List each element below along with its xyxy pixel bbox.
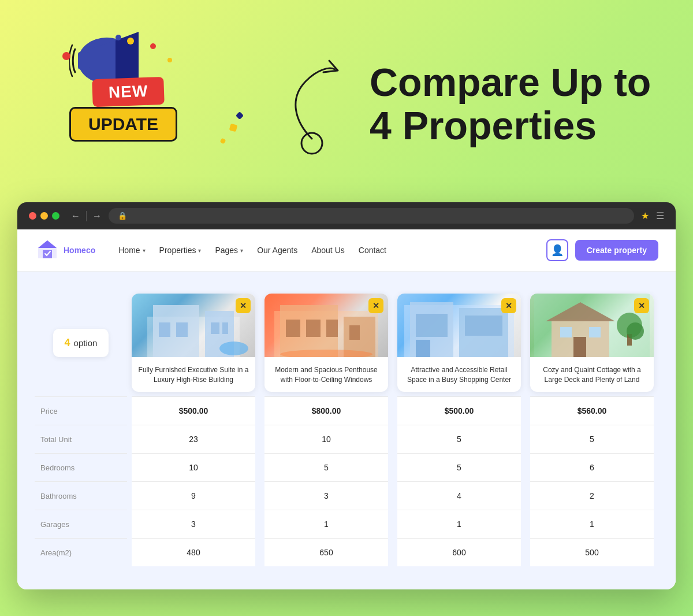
navigation: Homeco Home ▾ Properties ▾ Pages ▾ Our A…	[17, 229, 676, 272]
compare-grid: 4 option	[35, 289, 658, 566]
deco-square	[236, 112, 244, 120]
nav-pages[interactable]: Pages ▾	[215, 246, 243, 255]
browser-bar: ← → 🔒 ★ ☰	[17, 202, 676, 229]
bathrooms-text-1: 9	[191, 491, 196, 500]
bookmark-icon[interactable]: ★	[641, 210, 649, 221]
svg-rect-18	[349, 325, 360, 340]
area-value-3: 600	[397, 538, 521, 566]
price-text-4: $560.00	[578, 406, 607, 415]
deco-dot	[62, 52, 70, 60]
bathrooms-value-3: 4	[397, 481, 521, 510]
browser-window: ← → 🔒 ★ ☰	[17, 202, 676, 589]
garages-text-4: 1	[590, 519, 594, 529]
area-text-3: 600	[452, 548, 465, 557]
nav-about[interactable]: About Us	[311, 246, 345, 255]
price-label-text: Price	[40, 407, 58, 415]
garages-label-text: Garages	[40, 520, 69, 529]
compare-section: 4 option	[17, 272, 676, 589]
logo-suffix: co	[86, 246, 95, 255]
minimize-button[interactable]	[40, 212, 48, 220]
nav-home-label: Home	[118, 246, 140, 255]
remove-button-1[interactable]: ✕	[236, 298, 251, 313]
back-arrow[interactable]: ←	[71, 211, 80, 221]
property-title-text-3: Attractive and Accessible Retail Space i…	[403, 365, 515, 385]
user-button[interactable]: 👤	[546, 239, 568, 261]
logo: Homeco	[35, 238, 95, 263]
area-value-2: 650	[264, 538, 388, 566]
nav-pages-label: Pages	[215, 246, 238, 255]
menu-icon[interactable]: ☰	[656, 210, 664, 221]
property-title-text-4: Cozy and Quaint Cottage with a Large Dec…	[536, 365, 648, 385]
svg-rect-28	[560, 327, 572, 337]
chevron-down-icon: ▾	[198, 247, 201, 254]
top-section: NEW UPDATE Compare Up to 4 Properties	[0, 0, 693, 202]
garages-text-3: 1	[457, 519, 461, 529]
area-text-2: 650	[319, 548, 333, 557]
remove-button-2[interactable]: ✕	[368, 298, 383, 313]
price-value-3: $500.00	[397, 396, 521, 425]
bathrooms-value-4: 2	[530, 481, 654, 510]
remove-button-4[interactable]: ✕	[634, 298, 649, 313]
area-label-text: Area(m2)	[40, 548, 72, 557]
svg-rect-1	[78, 52, 90, 69]
garages-value-3: 1	[397, 510, 521, 538]
garages-label: Garages	[35, 510, 127, 538]
bedrooms-text-1: 10	[189, 463, 198, 472]
forward-arrow[interactable]: →	[92, 211, 102, 221]
svg-point-11	[219, 342, 248, 355]
browser-actions: ★ ☰	[641, 210, 664, 221]
arrow-decoration	[277, 52, 346, 156]
garages-text-2: 1	[324, 519, 329, 529]
property-card-2: ✕ Modern and Spacious Penthouse with Flo…	[264, 294, 388, 392]
garages-text-1: 3	[191, 519, 196, 529]
deco-dot	[127, 38, 134, 44]
total-unit-label-text: Total Unit	[40, 435, 72, 444]
property-card-3: ✕ Attractive and Accessible Retail Space…	[397, 294, 521, 392]
nav-home[interactable]: Home ▾	[118, 246, 145, 255]
property-title-4: Cozy and Quaint Cottage with a Large Dec…	[530, 357, 654, 392]
bedrooms-value-1: 10	[132, 453, 255, 481]
bathrooms-value-1: 9	[132, 481, 255, 510]
logo-name: Home	[64, 246, 86, 255]
area-text-1: 480	[187, 548, 200, 557]
new-text: NEW	[108, 82, 148, 101]
total-unit-text-1: 23	[189, 435, 198, 444]
deco-dot	[167, 58, 172, 62]
property-title-2: Modern and Spacious Penthouse with Floor…	[264, 357, 388, 392]
price-text-3: $500.00	[445, 406, 474, 415]
option-count: 4	[65, 337, 70, 349]
property-title-text-1: Fully Furnished Executive Suite in a Lux…	[137, 365, 249, 385]
nav-contact[interactable]: Contact	[359, 246, 386, 255]
option-selector: 4 option	[35, 289, 127, 396]
option-label: option	[74, 338, 98, 348]
headline-line2: 4 Properties	[370, 103, 597, 147]
maximize-button[interactable]	[52, 212, 59, 220]
nav-arrows: ← →	[71, 211, 102, 221]
price-text-1: $500.00	[179, 406, 208, 415]
user-icon: 👤	[551, 244, 564, 257]
bathrooms-text-3: 4	[457, 491, 461, 500]
headline: Compare Up to 4 Properties	[370, 61, 658, 147]
divider	[86, 211, 87, 221]
option-badge: 4 option	[53, 329, 109, 357]
new-badge: NEW	[92, 77, 165, 107]
url-bar[interactable]: 🔒	[109, 208, 634, 224]
close-button[interactable]	[29, 212, 36, 220]
deco-dot	[116, 35, 121, 40]
total-unit-text-4: 5	[590, 435, 594, 444]
svg-point-33	[627, 322, 644, 340]
lock-icon: 🔒	[118, 211, 127, 220]
traffic-lights	[29, 212, 59, 220]
remove-button-3[interactable]: ✕	[501, 298, 516, 313]
create-property-button[interactable]: Create property	[575, 240, 658, 261]
nav-agents[interactable]: Our Agents	[257, 246, 297, 255]
area-value-1: 480	[132, 538, 255, 566]
headline-text: Compare Up to 4 Properties	[370, 61, 658, 147]
badge-area: NEW UPDATE	[35, 23, 254, 185]
deco-square	[229, 124, 238, 132]
logo-icon	[35, 238, 60, 263]
svg-rect-29	[589, 327, 601, 337]
property-title-1: Fully Furnished Executive Suite in a Lux…	[132, 357, 255, 392]
nav-properties[interactable]: Properties ▾	[159, 246, 202, 255]
bathrooms-text-2: 3	[324, 491, 329, 500]
